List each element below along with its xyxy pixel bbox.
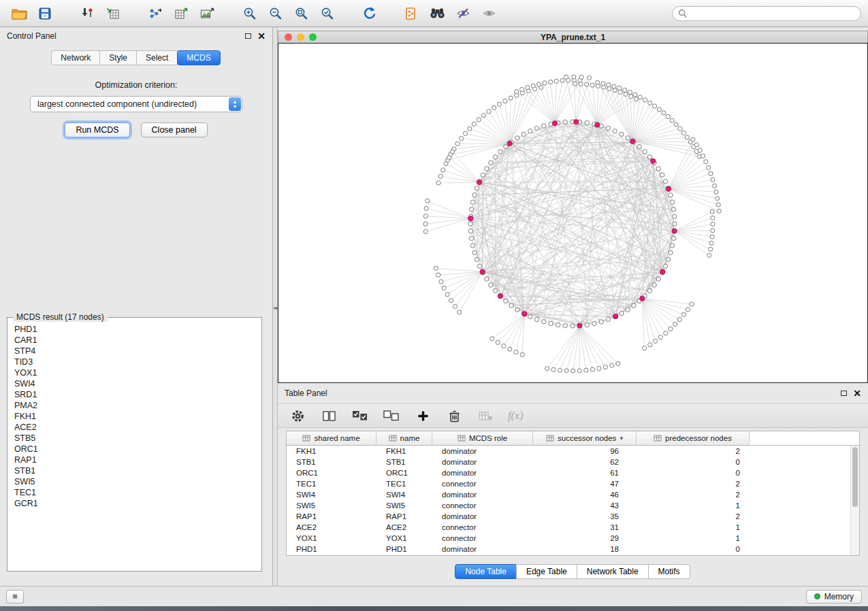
select-all-button[interactable] bbox=[351, 407, 369, 425]
close-panel-button[interactable]: Close panel bbox=[141, 122, 208, 137]
minimize-window-icon[interactable] bbox=[297, 33, 304, 41]
search-network-button[interactable] bbox=[425, 3, 449, 24]
cell-mcds-role: dominator bbox=[432, 545, 533, 553]
cell-successor-nodes: 31 bbox=[533, 523, 637, 531]
deselect-all-button[interactable] bbox=[383, 407, 400, 425]
search-box[interactable] bbox=[672, 6, 861, 21]
mcds-result-item[interactable]: STP4 bbox=[14, 346, 255, 357]
mcds-result-list[interactable]: PHD1CAR1STP4TID3YOX1SWI4SRD1PMA2FKH1ACE2… bbox=[7, 318, 261, 571]
tab-network[interactable]: Network bbox=[51, 50, 100, 65]
tab-network-table[interactable]: Network Table bbox=[577, 564, 649, 579]
save-session-button[interactable] bbox=[33, 3, 57, 24]
mcds-result-item[interactable]: STB1 bbox=[14, 465, 255, 476]
columns-button[interactable] bbox=[320, 407, 338, 425]
tab-mcds[interactable]: MCDS bbox=[177, 50, 220, 65]
add-column-button[interactable] bbox=[414, 407, 432, 425]
cell-name: RAP1 bbox=[376, 512, 432, 521]
table-row[interactable]: RAP1RAP1dominator352 bbox=[287, 511, 859, 522]
cell-successor-nodes: 61 bbox=[533, 469, 637, 477]
zoom-fit-button[interactable] bbox=[289, 3, 313, 24]
table-row[interactable]: ACE2ACE2connector311 bbox=[287, 522, 859, 533]
table-row[interactable]: YOX1YOX1connector291 bbox=[287, 533, 859, 544]
table-row[interactable]: PHD1PHD1dominator180 bbox=[287, 544, 859, 555]
mcds-result-item[interactable]: TEC1 bbox=[14, 487, 255, 498]
close-window-icon[interactable] bbox=[285, 33, 292, 41]
export-table-icon bbox=[174, 7, 188, 20]
table-row[interactable]: FKH1FKH1dominator962 bbox=[287, 446, 859, 457]
table-row[interactable]: STB1STB1dominator620 bbox=[287, 457, 859, 467]
function-builder-icon[interactable]: f(x) bbox=[508, 410, 523, 422]
mcds-result-item[interactable]: CAR1 bbox=[14, 335, 255, 346]
panel-menu-button[interactable]: ≡ bbox=[6, 590, 24, 604]
zoom-out-button[interactable] bbox=[263, 3, 287, 24]
mcds-result-item[interactable]: YOX1 bbox=[14, 367, 255, 378]
column-header-predecessor-nodes[interactable]: predecessor nodes bbox=[637, 431, 750, 446]
copy-network-button[interactable] bbox=[399, 3, 423, 24]
mcds-result-item[interactable]: ACE2 bbox=[14, 422, 255, 433]
table-row[interactable]: ORC1ORC1dominator610 bbox=[287, 467, 859, 478]
delete-button[interactable] bbox=[445, 407, 463, 425]
mcds-result-item[interactable]: SWI4 bbox=[14, 378, 255, 389]
mcds-result-item[interactable]: SWI5 bbox=[14, 476, 255, 487]
gear-button[interactable] bbox=[289, 407, 306, 425]
export-table-button[interactable] bbox=[169, 3, 193, 24]
float-table-panel-icon[interactable] bbox=[841, 391, 847, 396]
close-panel-icon[interactable]: ✕ bbox=[257, 33, 266, 39]
export-image-button[interactable] bbox=[195, 3, 219, 24]
zoom-in-button[interactable] bbox=[237, 3, 261, 24]
import-network-button[interactable] bbox=[75, 3, 99, 24]
column-header-mcds-role[interactable]: MCDS role bbox=[432, 431, 533, 446]
cell-mcds-role: dominator bbox=[432, 491, 533, 499]
mcds-result-item[interactable]: PHD1 bbox=[14, 324, 255, 335]
cell-shared-name: ORC1 bbox=[287, 469, 376, 477]
eye-button[interactable] bbox=[477, 3, 501, 24]
export-network-button[interactable] bbox=[143, 3, 167, 24]
clear-table-button[interactable] bbox=[477, 407, 494, 425]
table-panel-header: Table Panel ✕ bbox=[278, 384, 868, 402]
mcds-result-item[interactable]: PMA2 bbox=[14, 400, 255, 411]
close-table-panel-icon[interactable]: ✕ bbox=[853, 390, 861, 397]
mcds-result-item[interactable]: SRD1 bbox=[14, 389, 255, 400]
mcds-result-item[interactable]: RAP1 bbox=[14, 455, 255, 465]
table-scrollbar[interactable] bbox=[850, 446, 859, 555]
zoom-selected-button[interactable] bbox=[315, 3, 339, 24]
maximize-window-icon[interactable] bbox=[309, 33, 317, 41]
table-row[interactable]: SWI5SWI5connector431 bbox=[287, 500, 859, 511]
mcds-result-item[interactable]: ORC1 bbox=[14, 444, 255, 455]
table-row[interactable]: TEC1TEC1connector472 bbox=[287, 478, 859, 489]
column-header-name[interactable]: name bbox=[376, 431, 432, 446]
mcds-result-item[interactable]: GCR1 bbox=[14, 498, 255, 509]
show-graphics-button[interactable] bbox=[451, 3, 475, 24]
columns-icon bbox=[323, 410, 336, 422]
mcds-result-item[interactable]: TID3 bbox=[14, 357, 255, 367]
column-header-successor-nodes[interactable]: successor nodes▾ bbox=[533, 431, 637, 446]
tab-select[interactable]: Select bbox=[136, 50, 178, 65]
mcds-result-item[interactable]: STB5 bbox=[14, 433, 255, 444]
search-input[interactable] bbox=[690, 9, 855, 18]
zoom-selected-icon bbox=[321, 7, 334, 20]
import-table-button[interactable] bbox=[101, 3, 125, 24]
cell-name: ORC1 bbox=[376, 469, 432, 477]
table-row[interactable]: SWI4SWI4dominator462 bbox=[287, 489, 859, 500]
float-panel-icon[interactable] bbox=[245, 33, 251, 39]
tab-style[interactable]: Style bbox=[99, 50, 137, 65]
network-nodes[interactable] bbox=[423, 75, 721, 373]
refresh-layout-button[interactable] bbox=[357, 3, 381, 24]
vertical-splitter[interactable]: ◂▸ bbox=[273, 27, 278, 586]
run-mcds-button[interactable]: Run MCDS bbox=[65, 122, 129, 137]
network-canvas[interactable] bbox=[278, 43, 868, 383]
tab-edge-table[interactable]: Edge Table bbox=[516, 564, 577, 579]
tab-node-table[interactable]: Node Table bbox=[455, 564, 517, 579]
open-session-button[interactable] bbox=[7, 3, 31, 24]
cell-successor-nodes: 96 bbox=[533, 447, 637, 455]
memory-button[interactable]: Memory bbox=[806, 590, 862, 604]
network-graph[interactable] bbox=[278, 44, 866, 382]
scrollbar-thumb[interactable] bbox=[852, 447, 858, 507]
tab-motifs[interactable]: Motifs bbox=[648, 564, 690, 579]
criterion-dropdown[interactable]: largest connected component (undirected)… bbox=[30, 96, 242, 112]
cell-name: ACE2 bbox=[376, 523, 432, 531]
network-window-titlebar[interactable]: YPA_prune.txt_1 bbox=[278, 31, 868, 43]
column-header-shared-name[interactable]: shared name bbox=[287, 431, 376, 446]
cell-mcds-role: dominator bbox=[432, 458, 533, 466]
mcds-result-item[interactable]: FKH1 bbox=[14, 411, 255, 422]
